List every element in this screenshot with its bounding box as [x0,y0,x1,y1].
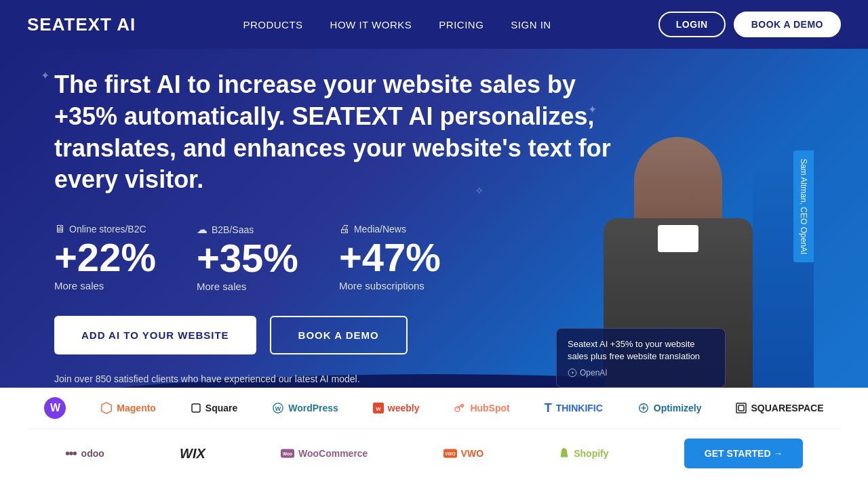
svg-rect-14 [736,403,746,413]
logo-weebly-w: W [44,397,66,419]
stat-b2b: ☁ B2B/Saas +35% More sales [197,223,298,292]
logo: SEATEXT AI [27,14,136,35]
svg-text:Woo: Woo [283,451,292,456]
book-demo-nav-button[interactable]: BOOK A DEMO [734,12,841,37]
svg-rect-2 [192,404,200,412]
book-demo-button[interactable]: BOOK A DEMO [270,316,408,354]
svg-rect-15 [738,405,744,411]
stat-number-1: +22% [54,238,156,277]
logo-odoo: odoo [65,447,104,460]
svg-text:W: W [275,405,281,412]
svg-point-10 [455,407,460,411]
logo-wordpress: W WordPress [272,402,338,414]
stat-number-2: +35% [197,239,298,278]
person-label: Sam Altman, CEO OpenAI [793,150,814,262]
nav-pricing[interactable]: PRICING [439,19,484,30]
logo-vwo: VWO VWO [443,448,484,459]
svg-text:w: w [375,405,381,412]
b2b-icon: ☁ [197,223,208,236]
quote-text: Seatext AI +35% to your website sales pl… [568,338,714,363]
logos-row-2: odoo WIX Woo WooCommerce VWO VWO Shopify… [27,429,841,478]
logo-hubspot: HubSpot [454,402,509,414]
svg-point-18 [73,451,76,455]
logos-bar: W Magento Square W WordPress w weebly Hu… [0,388,868,488]
hero-headline: The first AI to increase your website sa… [54,69,637,196]
add-ai-button[interactable]: ADD AI TO YOUR WEBSITE [54,316,256,354]
svg-point-17 [69,451,73,455]
logo-thinkific: T THINKIFIC [545,401,603,415]
star-dec-2: ✦ [588,103,597,116]
navbar: SEATEXT AI PRODUCTS HOW IT WORKS PRICING… [0,0,868,49]
login-button[interactable]: LOGIN [658,12,726,37]
stat-desc-3: More subscriptions [339,280,441,291]
logo-squarespace: SQUARESPACE [736,403,823,413]
media-icon: 🖨 [339,223,350,235]
logo-wix: WIX [180,446,205,462]
quote-box: Seatext AI +35% to your website sales pl… [556,328,726,388]
nav-products[interactable]: PRODUCTS [243,19,302,30]
get-started-button[interactable]: GET STARTED → [684,439,804,468]
nav-buttons: LOGIN BOOK A DEMO [658,12,841,37]
logo-weebly: w weebly [373,403,420,413]
online-stores-icon: 🖥 [54,223,65,235]
logo-square: Square [191,403,237,413]
nav-links: PRODUCTS HOW IT WORKS PRICING SIGN IN [243,19,551,30]
hero-section: ✦ ✦ ✧ The first AI to increase your webs… [0,49,868,442]
stat-desc-1: More sales [54,280,156,291]
nav-sign-in[interactable]: SIGN IN [511,19,551,30]
svg-text:✦: ✦ [571,371,574,375]
stat-number-3: +47% [339,238,441,277]
logo-optimizely: Optimizely [637,402,702,414]
stat-desc-2: More sales [197,281,298,292]
svg-point-16 [65,451,68,455]
svg-text:VWO: VWO [445,451,455,456]
logo-magento: Magento [100,402,156,414]
svg-point-8 [462,405,463,407]
logos-row-1: W Magento Square W WordPress w weebly Hu… [27,388,841,429]
star-dec-1: ✦ [41,69,50,82]
stat-media: 🖨 Media/News +47% More subscriptions [339,223,441,292]
logo-shopify: Shopify [559,447,608,460]
nav-how-it-works[interactable]: HOW IT WORKS [330,19,412,30]
stat-online-stores: 🖥 Online stores/B2C +22% More sales [54,223,156,292]
star-dec-3: ✧ [475,184,484,197]
openai-logo: ✦ OpenAI [568,368,714,378]
logo-woocommerce: Woo WooCommerce [281,448,368,459]
